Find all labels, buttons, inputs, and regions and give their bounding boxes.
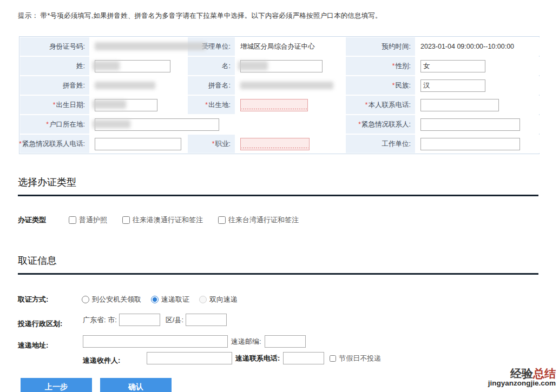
applicant-info-table: 身份证号码: 受理单位: 增城区分局综合办证中心 预约时间: 2023-01-0… xyxy=(19,36,540,154)
redacted-value xyxy=(93,61,120,70)
pickup-method-label: 取证方式: xyxy=(18,295,72,304)
express-radio[interactable] xyxy=(151,296,159,303)
emergency-contact-phone-label: *紧急情况联系人电话: xyxy=(20,135,89,153)
two-way-express-radio[interactable] xyxy=(199,296,207,303)
taiwan-checkbox[interactable] xyxy=(218,216,226,224)
express-address-row: 速递邮编: xyxy=(83,335,306,348)
previous-step-button[interactable]: 上一步 xyxy=(21,378,92,392)
checkbox-label: 节假日不投递 xyxy=(339,354,381,363)
field-label: 性别: xyxy=(396,62,411,71)
field-label: 受理单位: xyxy=(202,42,231,51)
pickup-option-two-way-express[interactable]: 双向速递 xyxy=(199,295,238,304)
no-holiday-delivery-option[interactable]: 节假日不投递 xyxy=(330,354,381,363)
zip-input[interactable] xyxy=(265,335,306,348)
radio-label: 双向速递 xyxy=(209,295,238,304)
no-holiday-delivery-checkbox[interactable] xyxy=(330,355,336,362)
pinyin-surname-label: 拼音姓: xyxy=(20,76,89,95)
section-title: 取证信息 xyxy=(18,254,538,273)
work-unit-label: 工作单位: xyxy=(346,135,415,153)
pickup-section-header: 取证信息 xyxy=(18,254,538,275)
field-label: 预约时间: xyxy=(382,42,411,51)
ethnicity-cell xyxy=(416,76,541,95)
emergency-contact-phone-cell xyxy=(90,135,187,153)
checkbox-label: 普通护照 xyxy=(79,215,107,225)
express-address-label: 速递地址: xyxy=(18,341,48,350)
birth-date-cell xyxy=(90,96,187,114)
gender-input[interactable] xyxy=(420,60,485,72)
section-title: 选择办证类型 xyxy=(18,176,538,195)
field-label: 本人联系电话: xyxy=(369,101,411,110)
section-divider xyxy=(18,195,538,196)
county-input[interactable] xyxy=(186,314,227,326)
birth-date-label: *出生日期: xyxy=(20,96,89,114)
appointment-time-value: 2023-01-04 09:00:00--10:00:00 xyxy=(416,37,541,56)
required-star: * xyxy=(53,101,56,109)
checkbox-label: 往来港澳通行证和签注 xyxy=(133,215,203,225)
recipient-phone-label: 速递联系电话: xyxy=(235,354,280,363)
gender-cell xyxy=(416,57,541,75)
required-star: * xyxy=(212,140,215,148)
emergency-contact-phone-input[interactable] xyxy=(95,138,181,150)
redacted-value xyxy=(93,120,130,128)
emergency-contact-cell xyxy=(416,115,541,134)
zip-label: 速递邮编: xyxy=(231,337,261,347)
confirm-button[interactable]: 确认 xyxy=(100,378,172,392)
required-star: * xyxy=(392,62,395,70)
passport-checkbox[interactable] xyxy=(69,216,76,224)
recipient-row: 速递联系电话: 节假日不投递 xyxy=(147,352,381,364)
occupation-cell xyxy=(236,135,345,153)
required-star: * xyxy=(358,121,361,128)
cert-type-row-label: 办证类型 xyxy=(18,215,46,225)
site-watermark: 经验总结 jingyanzongjie.com xyxy=(488,368,556,387)
required-star: * xyxy=(19,140,22,148)
cert-type-option-passport[interactable]: 普通护照 xyxy=(69,215,107,225)
recipient-phone-input[interactable] xyxy=(283,352,324,364)
pinyin-given-name-value xyxy=(236,76,345,95)
city-input[interactable] xyxy=(119,314,160,326)
express-address-input[interactable] xyxy=(83,335,228,348)
accept-unit-value: 增城区分局综合办证中心 xyxy=(236,37,345,56)
hk-macau-checkbox[interactable] xyxy=(122,216,130,224)
given-name-label: 名: xyxy=(188,57,235,75)
emergency-contact-label: *紧急情况联系人: xyxy=(346,115,415,134)
watermark-title: 经验总结 xyxy=(488,368,556,380)
province-city-text: 广东省: 市: xyxy=(83,315,117,325)
watermark-domain: jingyanzongjie.com xyxy=(488,380,556,387)
occupation-input[interactable] xyxy=(240,138,310,150)
watermark-title-dark: 经验 xyxy=(510,367,533,380)
recipient-label: 速递收件人: xyxy=(83,356,120,366)
police-station-radio[interactable] xyxy=(82,296,89,303)
recipient-input[interactable] xyxy=(147,352,232,364)
emergency-contact-input[interactable] xyxy=(420,118,520,131)
redacted-value xyxy=(95,82,155,89)
work-unit-input[interactable] xyxy=(420,138,520,150)
field-label: 身份证号码: xyxy=(49,42,85,51)
birth-place-cell xyxy=(236,96,345,114)
field-label: 名: xyxy=(222,62,231,71)
required-star: * xyxy=(205,101,208,109)
cert-type-option-hk-macau[interactable]: 往来港澳通行证和签注 xyxy=(122,215,203,225)
given-name-cell xyxy=(236,57,345,75)
cert-type-row: 办证类型 普通护照 往来港澳通行证和签注 往来台湾通行证和签注 xyxy=(18,215,299,225)
pickup-option-police-station[interactable]: 到公安机关领取 xyxy=(82,295,141,304)
checkbox-label: 往来台湾通行证和签注 xyxy=(228,215,299,225)
county-text: 区/县: xyxy=(166,315,183,325)
pinyin-given-name-label: 拼音名: xyxy=(188,76,235,95)
section-divider xyxy=(18,273,538,275)
birth-place-label: *出生地: xyxy=(188,96,235,114)
gender-label: *性别: xyxy=(346,57,415,75)
field-label: 出生地: xyxy=(208,101,231,110)
pickup-option-express[interactable]: 速递取证 xyxy=(151,295,189,304)
redacted-value xyxy=(240,82,333,89)
field-label: 户口所在地: xyxy=(49,120,85,129)
personal-phone-input[interactable] xyxy=(420,99,499,111)
surname-label: 姓: xyxy=(20,57,89,75)
field-label: 出生日期: xyxy=(56,101,85,110)
radio-label: 速递取证 xyxy=(161,295,189,304)
ethnicity-input[interactable] xyxy=(420,79,485,92)
cert-type-option-taiwan[interactable]: 往来台湾通行证和签注 xyxy=(218,215,299,225)
surname-cell xyxy=(90,57,187,75)
birth-place-input[interactable] xyxy=(240,99,308,111)
id-number-label: 身份证号码: xyxy=(20,37,89,56)
ethnicity-label: *民族: xyxy=(346,76,415,95)
